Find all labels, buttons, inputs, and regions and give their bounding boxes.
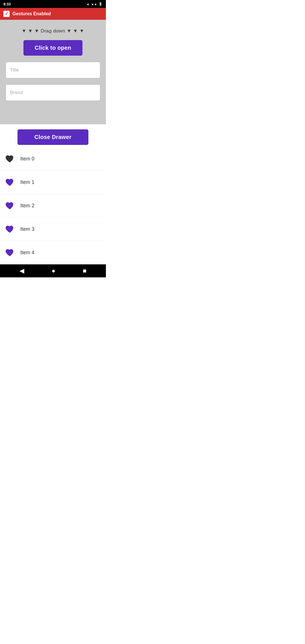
brand-input[interactable] xyxy=(6,84,100,101)
status-bar-time: 8:33 xyxy=(3,2,11,6)
nav-bar: ◀ ● ■ xyxy=(0,264,106,277)
heart-icon xyxy=(5,224,15,234)
item-label: Item 3 xyxy=(20,226,34,232)
item-label: Item 2 xyxy=(20,203,34,209)
item-label: Item 0 xyxy=(20,156,34,162)
wifi-icon: ▲ xyxy=(86,2,90,6)
status-bar: 8:33 ▲ ▲▲ 🔋 xyxy=(0,0,106,8)
click-to-open-button[interactable]: Click to open xyxy=(23,40,82,56)
heart-icon xyxy=(5,247,15,258)
title-input[interactable] xyxy=(6,62,100,78)
gestures-label: Gestures Enabled xyxy=(12,11,51,16)
home-button[interactable]: ● xyxy=(46,266,61,276)
heart-icon xyxy=(5,153,15,164)
list-item[interactable]: Item 1 xyxy=(0,171,106,194)
drawer-panel: Close Drawer Item 0 Item 1 xyxy=(0,124,106,264)
item-label: Item 1 xyxy=(20,179,34,185)
drag-hint-text: ▼ ▼ ▼ Drag down ▼ ▼ ▼ xyxy=(21,28,84,34)
drawer-overlay: ▼ ▼ ▼ Drag down ▼ ▼ ▼ Click to open xyxy=(0,20,106,124)
battery-icon: 🔋 xyxy=(99,2,103,6)
gestures-check-icon xyxy=(3,11,10,17)
list-item[interactable]: Item 2 xyxy=(0,194,106,217)
list-item[interactable]: Item 3 xyxy=(0,217,106,241)
back-button[interactable]: ◀ xyxy=(14,266,30,276)
heart-icon xyxy=(5,177,15,188)
gestures-bar: Gestures Enabled xyxy=(0,8,106,20)
list-item[interactable]: Item 0 xyxy=(0,147,106,171)
drawer-list: Item 0 Item 1 Item 2 xyxy=(0,147,106,264)
heart-icon xyxy=(5,200,15,211)
item-label: Item 4 xyxy=(20,250,34,256)
recent-apps-button[interactable]: ■ xyxy=(77,266,92,276)
signal-icon: ▲▲ xyxy=(91,2,97,6)
time-label: 8:33 xyxy=(3,2,11,6)
close-drawer-button[interactable]: Close Drawer xyxy=(18,129,88,145)
status-bar-icons: ▲ ▲▲ 🔋 xyxy=(86,2,103,6)
list-item[interactable]: Item 4 xyxy=(0,241,106,264)
